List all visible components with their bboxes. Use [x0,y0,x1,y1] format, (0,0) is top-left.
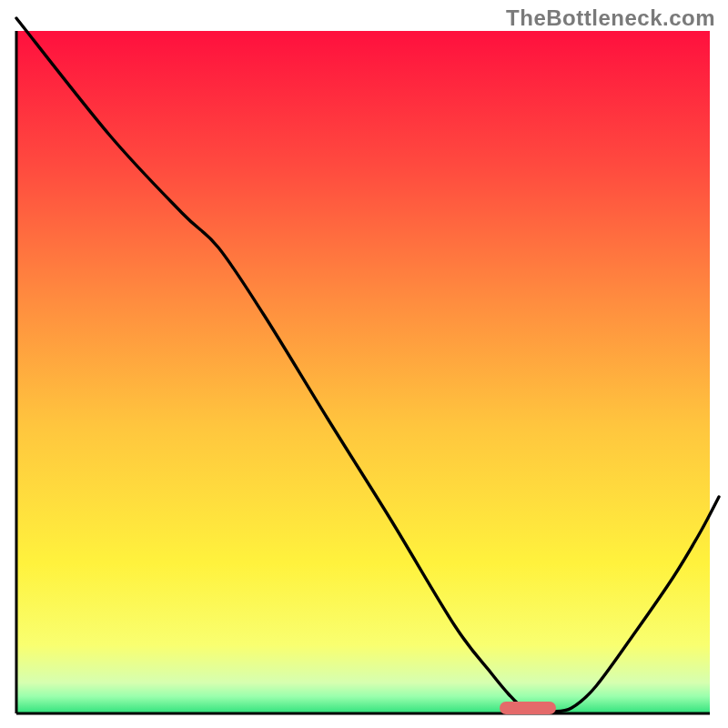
optimal-marker [500,702,556,714]
gradient-plot-area [16,31,710,713]
watermark-text: TheBottleneck.com [506,5,715,31]
bottleneck-chart [0,0,728,728]
